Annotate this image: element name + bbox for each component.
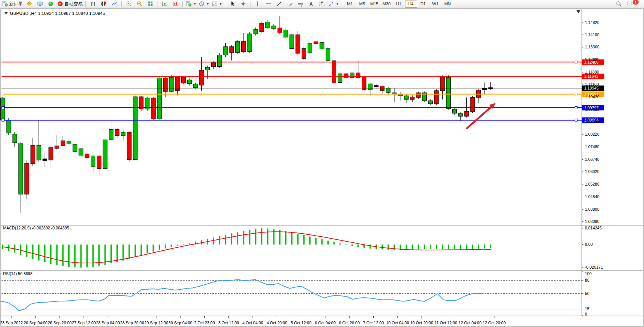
hline-handle[interactable] [575, 119, 577, 121]
candle-body [79, 149, 83, 155]
price-tick-label: 1.11160 [585, 82, 599, 87]
hline-handle[interactable] [575, 93, 577, 95]
svg-text:F: F [301, 5, 303, 7]
arrows-button[interactable]: ▼ [327, 0, 340, 8]
candle-body [109, 129, 113, 140]
time-tick-label: 26 Sep 04:00 [24, 321, 48, 325]
fibonacci-button[interactable]: F [295, 0, 306, 8]
time-tick-label: 28 Sep 20:00 [120, 321, 144, 325]
line-chart-button[interactable] [109, 0, 120, 8]
trendline-button[interactable] [274, 0, 284, 8]
zoom-in-button[interactable] [124, 0, 134, 8]
price-tick-label: 1.10420 [585, 95, 599, 99]
crosshair-button[interactable] [238, 0, 249, 8]
price-tick-label: 1.13360 [585, 45, 599, 49]
zoom-out-icon [137, 1, 143, 7]
periods-button[interactable]: ▼ [198, 0, 210, 8]
candle-body [151, 98, 156, 119]
candle-body [302, 49, 306, 59]
price-tick-label: 1.04540 [585, 194, 599, 199]
data-feed-button[interactable] [45, 0, 56, 8]
text-button[interactable]: A [306, 0, 316, 8]
candle-body [308, 43, 312, 53]
autotrade-button-label: 自动交易 [64, 1, 83, 7]
labelT-icon: T [319, 1, 325, 7]
toolbar-separator [157, 1, 158, 7]
chart-shift-button[interactable] [170, 0, 181, 8]
rsi-tick-label: 80 [585, 278, 589, 282]
candle-body [350, 73, 354, 77]
search-icon[interactable] [613, 0, 624, 8]
timeframe-button-mn[interactable]: MN [442, 0, 454, 8]
metatrader-window: 新订单自动交易▼▼▼EFAT▼M1M5M15M30H1H4D1W1MN1 1.1… [0, 0, 644, 327]
toolbar-separator [182, 1, 183, 7]
price-tick-label: 1.12620 [585, 57, 599, 62]
toolbar-separator [121, 1, 122, 7]
candle-body [404, 96, 408, 99]
zoom-in-icon [126, 1, 132, 7]
hline-icon [265, 1, 271, 7]
cursor-button[interactable] [227, 0, 238, 8]
toolbar-separator [225, 1, 226, 7]
price-tick-label: 1.09680 [585, 107, 599, 112]
candles-icon [101, 1, 107, 7]
timeframe-button-m5[interactable]: M5 [356, 0, 368, 8]
chevron-down-icon[interactable]: ▼ [193, 2, 196, 6]
price-tick-label: 1.07480 [585, 144, 599, 149]
candle-body [410, 97, 414, 99]
chevron-down-icon[interactable]: ▼ [336, 2, 339, 6]
channel-icon: E [287, 1, 293, 7]
autotrade-button[interactable]: 自动交易 [56, 0, 84, 8]
hline-handle[interactable] [2, 119, 4, 121]
hline-button[interactable] [263, 0, 274, 8]
timeframe-button-m1[interactable]: M1 [344, 0, 356, 8]
candle-body [284, 30, 288, 37]
candle-body [187, 80, 191, 83]
candle-body [272, 26, 276, 29]
candle-chart-button[interactable] [98, 0, 109, 8]
bar-chart-button[interactable] [88, 0, 98, 8]
candle-body [49, 147, 53, 160]
equidistant-channel-button[interactable]: E [284, 0, 295, 8]
chevron-down-icon[interactable]: ▼ [219, 2, 222, 6]
timeframe-button-d1[interactable]: D1 [417, 0, 429, 8]
new-chart-button[interactable]: ▼ [185, 0, 198, 8]
market-watch-button[interactable] [35, 0, 45, 8]
hline-handle[interactable] [575, 61, 577, 63]
candle-body [37, 145, 41, 160]
toolbar: 新订单自动交易▼▼▼EFAT▼M1M5M15M30H1H4D1W1MN1 [0, 0, 644, 8]
hline-handle[interactable] [2, 93, 4, 95]
timeframe-button-w1[interactable]: W1 [429, 0, 442, 8]
candle-body [19, 143, 23, 194]
hline-handle[interactable] [575, 107, 577, 109]
time-tick-label: 23 Sep 2022 [0, 321, 23, 325]
newchart-icon [186, 1, 192, 7]
rsi-tick-label: 0 [585, 312, 587, 316]
candle-body [453, 109, 457, 113]
vline-button[interactable] [252, 0, 263, 8]
tile-windows-button[interactable] [145, 0, 156, 8]
hline-handle[interactable] [2, 107, 4, 109]
clock-icon [199, 1, 205, 7]
arrows-icon [328, 1, 334, 7]
label-button[interactable]: T [316, 0, 327, 8]
timeframe-button-m30[interactable]: M30 [381, 0, 393, 8]
candle-body [260, 23, 264, 32]
market-depth-button[interactable] [24, 0, 35, 8]
chartshift-icon [172, 1, 178, 7]
timeframe-button-h1[interactable]: H1 [393, 0, 405, 8]
candle-body [278, 28, 282, 33]
monitor-icon [37, 1, 43, 7]
templates-button[interactable]: ▼ [210, 0, 223, 8]
auto-scroll-button[interactable] [159, 0, 170, 8]
time-tick-label: 29 Sep 12:00 [145, 321, 169, 325]
candle-body [386, 88, 390, 92]
timeframe-button-m15[interactable]: M15 [368, 0, 381, 8]
chevron-down-icon[interactable]: ▼ [206, 2, 209, 6]
time-tick-label: 5 Oct 12:00 [291, 321, 311, 325]
new-order-button[interactable]: 新订单 [1, 0, 24, 8]
timeframe-button-h4[interactable]: H4 [405, 0, 417, 8]
zoom-out-button[interactable] [134, 0, 145, 8]
autoscroll-icon [162, 1, 168, 7]
toolbar-right-group: 1 [613, 0, 641, 8]
